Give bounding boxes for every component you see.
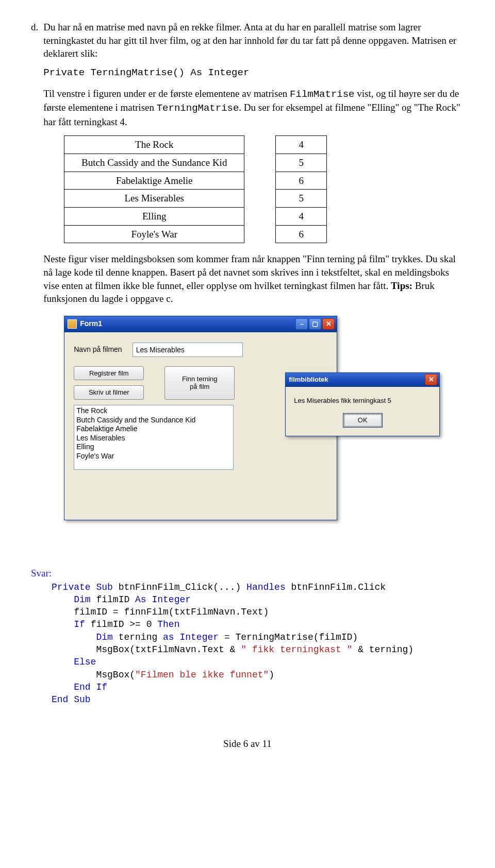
question-label: d.: [31, 21, 38, 525]
code-text: = TerningMatrise(filmID): [219, 632, 358, 642]
code-text: terning: [113, 632, 163, 642]
maximize-icon[interactable]: ▢: [309, 318, 321, 330]
kw: Then: [157, 619, 179, 629]
code-text: btnFinnFilm_Click(...): [113, 582, 246, 592]
code-text: ): [269, 670, 274, 680]
kw: End If: [74, 682, 107, 692]
kw: Private Sub: [52, 582, 113, 592]
film-listbox[interactable]: The Rock Butch Cassidy and the Sundance …: [74, 405, 234, 470]
list-item[interactable]: Foyle's War: [76, 452, 231, 461]
list-item[interactable]: Fabelaktige Amelie: [76, 424, 231, 434]
para2-code2: TerningMatrise: [157, 103, 239, 114]
kw: If: [74, 619, 85, 629]
table-row: 6: [276, 225, 327, 243]
list-item[interactable]: The Rock: [76, 406, 231, 416]
para2-code1: FilmMatrise: [290, 89, 354, 100]
form1-title: Form1: [80, 319, 295, 329]
table-row: 5: [276, 190, 327, 208]
code-text: MsgBox(txtFilmNavn.Text &: [96, 644, 241, 655]
code-text: MsgBox(: [96, 670, 135, 680]
dice-cell: 6: [276, 172, 327, 190]
skriv-ut-filmer-button[interactable]: Skriv ut filmer: [74, 385, 144, 400]
question-text: Du har nå en matrise med navn på en rekk…: [43, 21, 464, 525]
film-name-input[interactable]: [133, 343, 243, 357]
kw: As Integer: [135, 594, 191, 605]
form1-titlebar[interactable]: Form1 – ▢ ✕: [64, 316, 337, 332]
tables-row: The Rock Butch Cassidy and the Sundance …: [64, 135, 464, 243]
dice-cell: 4: [276, 208, 327, 226]
form1-window: Form1 – ▢ ✕ Navn på filmen Registrer fil…: [64, 316, 337, 520]
table-row: Butch Cassidy and the Sundance Kid: [64, 154, 244, 172]
table-row: Les Miserables: [64, 190, 244, 208]
film-cell: Les Miserables: [64, 190, 244, 208]
table-row: 4: [276, 208, 327, 226]
svar-label: Svar:: [31, 567, 464, 580]
list-item[interactable]: Butch Cassidy and the Sundance Kid: [76, 416, 231, 425]
dice-cell: 4: [276, 136, 327, 154]
messagebox-window: filmbibliotek ✕ Les Miserables fikk tern…: [285, 372, 440, 436]
dice-cell: 6: [276, 225, 327, 243]
table-row: 6: [276, 172, 327, 190]
ok-button[interactable]: OK: [343, 413, 383, 428]
registrer-film-button[interactable]: Registrer film: [74, 366, 144, 381]
kw: End Sub: [52, 694, 91, 705]
question-d: d. Du har nå en matrise med navn på en r…: [31, 21, 464, 525]
kw: Dim: [74, 594, 90, 605]
string: " fikk terningkast ": [241, 644, 352, 655]
film-cell: Fabelaktige Amelie: [64, 172, 244, 190]
film-cell: Elling: [64, 208, 244, 226]
page-footer: Side 6 av 11: [31, 737, 464, 751]
close-icon[interactable]: ✕: [425, 374, 437, 385]
finn-terning-line1: Finn terning: [182, 375, 218, 383]
messagebox-titlebar[interactable]: filmbibliotek ✕: [285, 372, 440, 387]
table-row: 5: [276, 154, 327, 172]
finn-terning-button[interactable]: Finn terning på film: [164, 366, 235, 400]
answer-code: Private Sub btnFinnFilm_Click(...) Handl…: [52, 581, 464, 706]
dice-table: 4 5 6 5 4 6: [275, 135, 327, 243]
code-text: filmID = finnFilm(txtFilmNavn.Text): [74, 607, 269, 617]
film-cell: The Rock: [64, 136, 244, 154]
paragraph-2: Til venstre i figuren under er de første…: [43, 87, 464, 129]
code-text: filmID >= 0: [85, 619, 157, 629]
film-table: The Rock Butch Cassidy and the Sundance …: [64, 135, 244, 243]
kw: Dim: [96, 632, 112, 642]
para2-a: Til venstre i figuren under er de første…: [43, 88, 290, 99]
declaration-code: Private TerningMatrise() As Integer: [43, 67, 249, 78]
tips-label: Tips:: [391, 280, 412, 291]
kw: Else: [74, 657, 96, 667]
question-text-body: Du har nå en matrise med navn på en rekk…: [43, 22, 456, 59]
dice-cell: 5: [276, 190, 327, 208]
messagebox-title: filmbibliotek: [289, 375, 425, 384]
kw: Handles: [246, 582, 286, 592]
close-icon[interactable]: ✕: [322, 318, 335, 330]
paragraph-3: Neste figur viser meldingsboksen som kom…: [43, 252, 464, 305]
list-item[interactable]: Les Miserables: [76, 434, 231, 443]
messagebox-text: Les Miserables fikk terningkast 5: [294, 396, 431, 405]
table-row: The Rock: [64, 136, 244, 154]
film-cell: Foyle's War: [64, 225, 244, 243]
string: "Filmen ble ikke funnet": [135, 670, 269, 680]
list-item[interactable]: Elling: [76, 442, 231, 452]
window-icon: [68, 319, 77, 329]
finn-terning-line2: på film: [190, 383, 209, 390]
code-text: & terning): [352, 644, 414, 655]
table-row: 4: [276, 136, 327, 154]
table-row: Foyle's War: [64, 225, 244, 243]
table-row: Elling: [64, 208, 244, 226]
code-text: filmID: [91, 594, 135, 605]
label-navn: Navn på filmen: [74, 345, 122, 354]
code-text: btnFinnFilm.Click: [286, 582, 386, 592]
table-row: Fabelaktige Amelie: [64, 172, 244, 190]
minimize-icon[interactable]: –: [295, 318, 308, 330]
dice-cell: 5: [276, 154, 327, 172]
film-cell: Butch Cassidy and the Sundance Kid: [64, 154, 244, 172]
kw: as Integer: [163, 632, 219, 642]
